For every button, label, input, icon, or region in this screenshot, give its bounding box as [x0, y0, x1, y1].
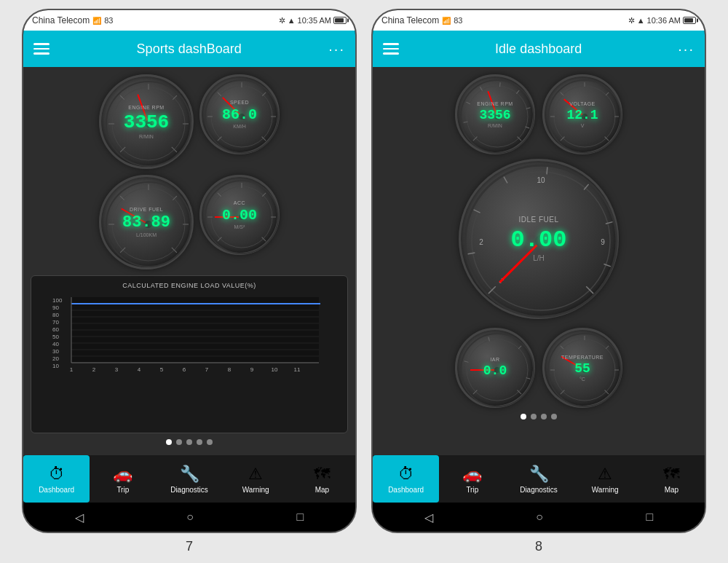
fuel-label-sports: DRIVE FUEL	[122, 207, 170, 212]
voltage-value-idle: 12.1	[566, 108, 598, 122]
nav-dashboard-sports[interactable]: ⏱ Dashboard	[23, 455, 90, 503]
app-bar-idle: Idle dashboard ···	[373, 31, 705, 67]
dot-1-idle[interactable]	[521, 414, 526, 420]
time-sports: 10:35 AM	[298, 16, 331, 25]
chart-section-sports: CALCULATED ENGINE LOAD VALUE(%) 100 90 8…	[31, 275, 348, 433]
svg-line-105	[468, 253, 475, 254]
acc-unit-sports: M/S²	[222, 224, 257, 229]
diagnostics-icon-sports: 🔧	[180, 465, 199, 484]
rpm-unit-sports: R/MIN	[124, 134, 169, 139]
rpm-label-idle: ENGINE RPM	[477, 101, 513, 106]
dot-4-idle[interactable]	[551, 414, 557, 420]
idle-top-gauges: ENGINE RPM 3356 R/MIN	[455, 74, 622, 154]
bluetooth-icon-sports: ✲	[279, 16, 285, 25]
more-button-idle[interactable]: ···	[678, 41, 695, 58]
iar-value-idle: 0.0	[483, 363, 507, 378]
nav-map-idle[interactable]: 🗺 Map	[638, 455, 705, 503]
svg-text:8: 8	[228, 366, 232, 373]
warning-label-sports: Warning	[242, 486, 269, 494]
svg-text:5: 5	[160, 366, 164, 373]
dot-4-sports[interactable]	[197, 439, 202, 445]
more-button-sports[interactable]: ···	[328, 41, 345, 58]
menu-button-sports[interactable]	[33, 43, 50, 55]
nav-map-sports[interactable]: 🗺 Map	[289, 455, 355, 503]
dashboard-icon-idle: ⏱	[398, 465, 414, 484]
main-content-idle: ENGINE RPM 3356 R/MIN	[373, 67, 705, 455]
app-bar-sports: Sports dashBoard ···	[23, 31, 355, 67]
gauge-row-1-sports: ENGINE RPM 3356 R/MIN	[31, 74, 348, 169]
battery-pct-idle: 83	[454, 16, 462, 25]
phone-number-idle: 8	[535, 539, 542, 554]
dashboard-icon-sports: ⏱	[49, 465, 65, 484]
gauge-acc-sports: ACC 0.00 M/S²	[199, 175, 280, 255]
android-nav-sports: ◁ ○ □	[23, 503, 355, 532]
gauge-rpm-idle: ENGINE RPM 3356 R/MIN	[455, 74, 535, 154]
nav-diagnostics-idle[interactable]: 🔧 Diagnostics	[505, 455, 571, 503]
map-label-sports: Map	[315, 486, 329, 494]
dot-3-idle[interactable]	[541, 414, 547, 420]
recent-btn-sports[interactable]: □	[297, 511, 304, 524]
svg-text:1: 1	[70, 366, 74, 373]
acc-label-sports: ACC	[222, 200, 257, 205]
status-bar-sports: China Telecom 📶 83 ✲ ▲ 10:35 AM	[23, 10, 355, 31]
speed-label-sports: SPEED	[222, 100, 257, 105]
menu-button-idle[interactable]	[383, 43, 399, 55]
svg-line-133	[561, 346, 563, 349]
svg-text:4: 4	[138, 366, 141, 373]
dashboard-label-idle: Dashboard	[388, 486, 424, 494]
gauge-idle-fuel: 1 10 2 9 IDLE FUEL 0.00 L/H	[459, 159, 619, 319]
signal-icon-idle: 📶	[442, 17, 451, 25]
svg-text:10: 10	[537, 176, 545, 184]
map-icon-idle: 🗺	[663, 465, 679, 484]
rpm-label-sports: ENGINE RPM	[124, 105, 169, 110]
svg-line-108	[547, 167, 547, 174]
trip-label-sports: Trip	[116, 486, 129, 494]
nav-warning-sports[interactable]: ⚠ Warning	[223, 455, 289, 503]
svg-text:10: 10	[52, 363, 59, 369]
nav-trip-idle[interactable]: 🚗 Trip	[439, 455, 505, 503]
app-title-idle: Idle dashboard	[495, 42, 582, 57]
idle-fuel-unit: L/H	[511, 254, 567, 262]
warning-icon-idle: ⚠	[598, 465, 612, 484]
carrier-idle: China Telecom	[381, 15, 439, 25]
phone-idle-wrapper: China Telecom 📶 83 ✲ ▲ 10:36 AM	[371, 9, 706, 554]
speed-value-sports: 86.0	[222, 106, 257, 123]
gauge-row-2-sports: DRIVE FUEL 83.89 L/100KM	[31, 175, 348, 269]
home-btn-idle[interactable]: ○	[536, 511, 543, 524]
phone-number-sports: 7	[186, 539, 193, 554]
wifi-icon-sports: ▲	[288, 16, 296, 25]
home-btn-sports[interactable]: ○	[186, 511, 194, 524]
svg-text:6: 6	[183, 366, 186, 373]
pagination-sports	[31, 433, 348, 448]
dot-2-sports[interactable]	[176, 439, 182, 445]
gauge-rpm-sports: ENGINE RPM 3356 R/MIN	[99, 74, 194, 169]
acc-value-sports: 0.00	[222, 207, 257, 224]
diagnostics-label-idle: Diagnostics	[520, 486, 558, 494]
gauge-voltage-idle: VOLTAGE 12.1 V	[542, 74, 622, 154]
dot-2-idle[interactable]	[531, 414, 537, 420]
bottom-nav-sports: ⏱ Dashboard 🚗 Trip 🔧 Diagnostics ⚠ Warni…	[23, 455, 355, 503]
phones-container: China Telecom 📶 83 ✲ ▲ 10:35 AM	[22, 9, 706, 554]
rpm-value-sports: 3356	[124, 111, 169, 133]
gauge-speed-sports: SPEED 86.0 KM/H	[199, 74, 280, 154]
nav-trip-sports[interactable]: 🚗 Trip	[90, 455, 156, 503]
gauge-fuel-sports: DRIVE FUEL 83.89 L/100KM	[99, 175, 194, 269]
nav-diagnostics-sports[interactable]: 🔧 Diagnostics	[156, 455, 222, 503]
fuel-unit-sports: L/100KM	[122, 232, 170, 237]
voltage-label-idle: VOLTAGE	[566, 101, 598, 106]
dot-5-sports[interactable]	[207, 439, 213, 445]
back-btn-idle[interactable]: ◁	[424, 511, 433, 524]
svg-text:70: 70	[52, 319, 59, 326]
nav-warning-idle[interactable]: ⚠ Warning	[572, 455, 638, 503]
svg-text:10: 10	[272, 366, 278, 373]
recent-btn-idle[interactable]: □	[646, 511, 654, 524]
dot-3-sports[interactable]	[186, 439, 192, 445]
svg-text:30: 30	[52, 348, 59, 355]
map-label-idle: Map	[665, 486, 678, 494]
temp-unit-idle: °C	[561, 377, 604, 382]
svg-text:11: 11	[294, 366, 301, 373]
dot-1-sports[interactable]	[166, 439, 172, 445]
back-btn-sports[interactable]: ◁	[75, 511, 84, 524]
nav-dashboard-idle[interactable]: ⏱ Dashboard	[373, 455, 439, 503]
map-icon-sports: 🗺	[314, 465, 330, 484]
